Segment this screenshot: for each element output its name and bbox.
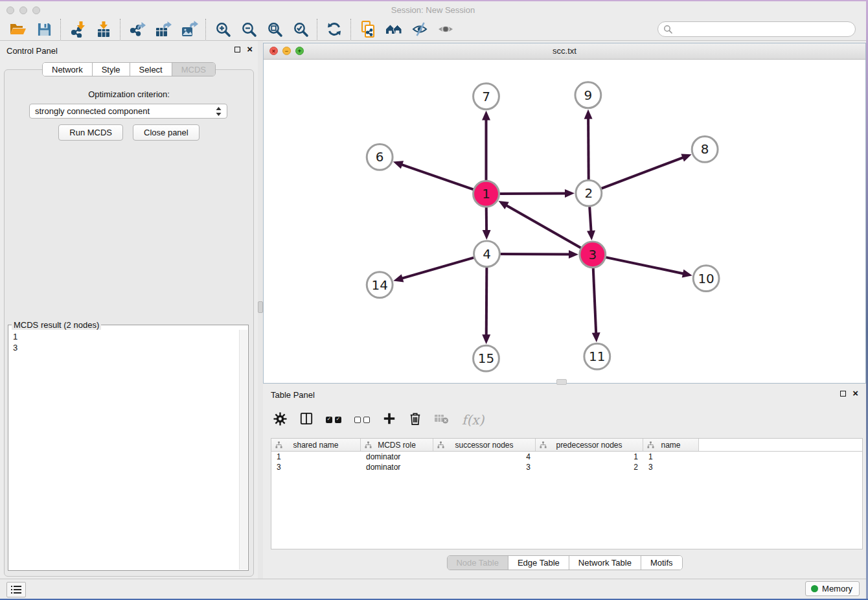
table-cell[interactable]: 2 [536,463,643,472]
close-panel-icon[interactable]: × [247,46,253,52]
table-settings-button[interactable] [273,412,287,428]
graph-edge-2-9[interactable] [588,117,589,180]
memory-button[interactable]: Memory [805,581,860,596]
show-all-button[interactable] [433,19,459,40]
deselect-all-button[interactable] [354,417,370,423]
svg-text:2: 2 [585,186,593,201]
table-cell[interactable]: 3 [643,463,699,472]
open-session-button[interactable] [5,19,31,40]
graph-edge-3-11[interactable] [593,268,597,335]
network-window-titlebar[interactable]: × − + scc.txt [264,43,865,60]
graph-edge-2-3[interactable] [589,207,591,233]
save-session-button[interactable] [31,19,57,40]
import-table-button[interactable] [91,19,117,40]
delete-table-button[interactable] [435,413,449,427]
graph-node-11[interactable]: 11 [584,343,610,369]
graph-edge-2-8[interactable] [601,157,684,188]
graph-node-9[interactable]: 9 [575,82,601,108]
hide-selected-button[interactable] [407,19,433,40]
graph-node-1[interactable]: 1 [474,181,499,207]
graph-node-6[interactable]: 6 [367,144,393,170]
graph-edge-arrow [592,332,600,342]
show-columns-button[interactable] [300,412,313,428]
network-close-icon[interactable]: × [269,47,278,55]
graph-node-7[interactable]: 7 [474,84,499,110]
zoom-out-button[interactable] [236,19,262,40]
tab-node-table[interactable]: Node Table [447,556,508,570]
graph-edge-3-1[interactable] [505,205,581,248]
zoom-fit-icon [267,21,283,38]
function-builder-button[interactable]: f(x) [462,412,484,428]
network-minimize-icon[interactable]: − [282,47,291,55]
column-header[interactable]: successor nodes [433,439,536,451]
panel-splitter[interactable] [258,41,263,579]
table-cell[interactable]: dominator [361,463,433,472]
graph-node-4[interactable]: 4 [474,241,500,267]
graph-edge-4-14[interactable] [401,258,474,279]
zoom-fit-button[interactable] [262,19,288,40]
tab-network-table[interactable]: Network Table [569,556,641,570]
float-panel-icon[interactable] [234,47,240,52]
add-column-button[interactable] [383,412,396,428]
graph-edge-4-3[interactable] [500,254,571,255]
tab-network[interactable]: Network [43,63,93,76]
splitter-grip[interactable] [258,301,263,313]
search-input[interactable] [676,24,850,35]
network-canvas[interactable]: 7968124314101511 [264,60,865,383]
graph-node-8[interactable]: 8 [692,137,718,163]
tab-motifs[interactable]: Motifs [641,556,682,570]
tab-mcds[interactable]: MCDS [172,63,215,76]
delete-column-button[interactable] [409,411,422,428]
column-header[interactable]: shared name [271,439,361,451]
clone-network-button[interactable] [355,19,381,40]
tab-edge-table[interactable]: Edge Table [508,556,569,570]
table-cell[interactable]: 3 [271,463,361,472]
graph-edge-1-2[interactable] [499,193,567,194]
export-image-button[interactable] [176,19,202,40]
table-cell[interactable]: 4 [433,452,536,461]
column-header[interactable]: MCDS role [361,439,433,451]
import-network-button[interactable] [65,19,91,40]
close-panel-icon[interactable]: × [852,390,858,397]
first-neighbors-button[interactable] [381,19,407,40]
zoom-in-button[interactable] [210,19,236,40]
zoom-selected-icon [293,21,309,38]
mcds-result-list[interactable]: 1 3 [13,331,238,569]
table-cell[interactable]: 3 [433,463,536,472]
column-header[interactable]: name [643,439,699,451]
zoom-selected-button[interactable] [288,19,314,40]
tab-style[interactable]: Style [93,63,130,76]
graph-node-15[interactable]: 15 [474,345,499,371]
tab-select[interactable]: Select [130,63,172,76]
export-network-button[interactable] [124,19,150,40]
graph-edge-1-6[interactable] [400,164,474,189]
table-cell[interactable]: 1 [271,452,361,461]
search-field[interactable] [657,21,856,37]
dropdown-stepper-icon [216,107,222,116]
network-maximize-icon[interactable]: + [295,47,304,55]
table-cell[interactable]: dominator [361,452,433,461]
table-panel: Table Panel × [263,385,866,577]
run-mcds-button[interactable]: Run MCDS [58,124,123,141]
graph-edge-4-15[interactable] [486,268,487,337]
graph-node-14[interactable]: 14 [367,272,393,298]
export-table-button[interactable] [150,19,176,40]
select-all-button[interactable] [326,417,341,423]
table-row[interactable]: 3dominator323 [271,462,862,472]
graph-node-10[interactable]: 10 [693,266,719,292]
delete-table-icon [435,413,449,424]
criterion-dropdown[interactable]: strongly connected component [29,104,227,119]
graph-edge-3-10[interactable] [606,257,685,274]
graph-node-3[interactable]: 3 [580,242,606,268]
refresh-layout-button[interactable] [321,19,347,40]
table-cell[interactable]: 1 [536,452,643,461]
column-header[interactable]: predecessor nodes [536,439,643,451]
task-history-button[interactable] [6,582,26,597]
float-panel-icon[interactable] [840,391,846,397]
result-scrollbar[interactable] [239,330,247,570]
table-row[interactable]: 1dominator411 [271,452,862,462]
close-panel-button[interactable]: Close panel [133,124,200,141]
graph-node-2[interactable]: 2 [576,180,602,206]
canvas-grip[interactable] [556,379,567,385]
table-cell[interactable]: 1 [643,452,699,461]
